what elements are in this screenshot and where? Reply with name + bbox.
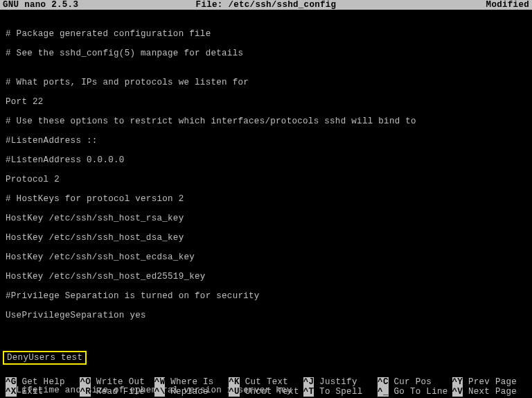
text-line: # What ports, IPs and protocols we liste… [6,78,526,87]
key-icon: ^U [229,387,240,397]
shortcut-uncut-text[interactable]: ^U Uncut Text [229,387,303,397]
key-icon: ^G [6,377,17,387]
key-icon: ^X [6,387,17,397]
shortcut-next-page[interactable]: ^V Next Page [452,387,526,397]
shortcut-label: Next Page [463,387,517,397]
text-line: # Use these options to restrict which in… [6,116,526,126]
shortcut-justify[interactable]: ^J Justify [303,377,378,387]
shortcut-label: Exit [17,387,44,397]
key-icon: ^K [229,377,240,387]
shortcut-label: Replace [165,387,208,397]
shortcut-go-to-line[interactable]: ^_ Go To Line [378,387,452,397]
shortcut-label: Cur Pos [389,377,432,387]
shortcut-label: Get Help [17,377,65,387]
shortcut-label: Uncut Text [240,387,299,397]
shortcut-label: Prev Page [463,377,517,387]
shortcut-label: Read File [91,387,145,397]
shortcut-write-out[interactable]: ^O Write Out [80,377,154,387]
shortcut-label: Cut Text [240,377,288,387]
shortcut-row-1: ^G Get Help ^O Write Out ^W Where Is ^K … [6,377,526,387]
shortcut-read-file[interactable]: ^R Read File [80,387,154,397]
text-line: #Privilege Separation is turned on for s… [6,291,526,301]
editor-titlebar: GNU nano 2.5.3 File: /etc/ssh/sshd_confi… [0,0,532,10]
shortcut-label: Justify [314,377,357,387]
key-icon: ^Y [452,377,463,387]
shortcut-get-help[interactable]: ^G Get Help [6,377,80,387]
key-icon: ^_ [378,387,389,397]
shortcut-bar: ^G Get Help ^O Write Out ^W Where Is ^K … [0,377,532,397]
text-line: # Package generated configuration file [6,29,526,39]
text-line: #ListenAddress 0.0.0.0 [6,155,526,165]
shortcut-label: Write Out [91,377,145,387]
text-line: # See the sshd_config(5) manpage for det… [6,49,526,58]
shortcut-label: To Spell [314,387,362,397]
key-icon: ^C [378,377,389,387]
text-line: HostKey /etc/ssh/ssh_host_ecdsa_key [6,252,526,262]
key-icon: ^W [154,377,166,387]
shortcut-cur-pos[interactable]: ^C Cur Pos [378,377,452,387]
shortcut-prev-page[interactable]: ^Y Prev Page [452,377,526,387]
shortcut-exit[interactable]: ^X Exit [6,387,80,397]
text-line: HostKey /etc/ssh/ssh_host_ed25519_key [6,272,526,282]
key-icon: ^R [80,387,91,397]
highlighted-line: DenyUsers test [3,351,87,365]
text-line: HostKey /etc/ssh/ssh_host_rsa_key [6,214,526,223]
key-icon: ^\ [154,387,166,397]
shortcut-replace[interactable]: ^\ Replace [154,387,229,397]
key-icon: ^O [80,377,91,387]
text-line: #ListenAddress :: [6,136,526,146]
shortcut-label: Where Is [165,377,213,387]
key-icon: ^J [303,377,314,387]
text-line: HostKey /etc/ssh/ssh_host_dsa_key [6,233,526,243]
shortcut-row-2: ^X Exit ^R Read File ^\ Replace ^U Uncut… [6,387,526,397]
text-line: UsePrivilegeSeparation yes [6,311,526,320]
text-line: Protocol 2 [6,175,526,184]
text-line: # HostKeys for protocol version 2 [6,194,526,204]
shortcut-where-is[interactable]: ^W Where Is [154,377,229,387]
file-path: File: /etc/ssh/sshd_config [0,0,532,10]
editor-content[interactable]: # Package generated configuration file #… [0,10,532,398]
text-line: Port 22 [6,97,526,107]
shortcut-cut-text[interactable]: ^K Cut Text [229,377,303,387]
shortcut-to-spell[interactable]: ^T To Spell [303,387,378,397]
key-icon: ^V [452,387,463,397]
shortcut-label: Go To Line [389,387,448,397]
key-icon: ^T [303,387,314,397]
